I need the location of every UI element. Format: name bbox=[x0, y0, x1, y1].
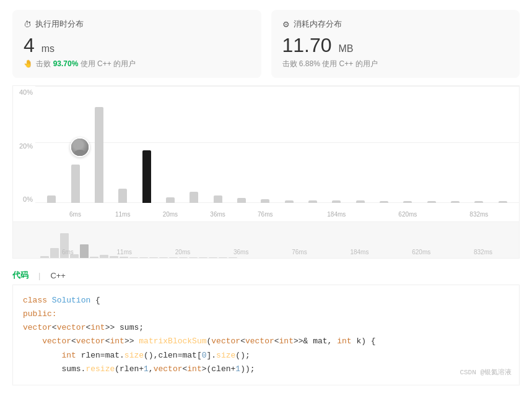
stats-section: ⏱ 执行用时分布 4 ms 🤚 击败 93.70% 使用 C++ 的用户 ⚙ 消… bbox=[0, 0, 532, 85]
tab-cpp[interactable]: C++ bbox=[50, 267, 66, 284]
mini-label-184ms: 184ms bbox=[350, 249, 368, 255]
svg-point-1 bbox=[74, 150, 86, 156]
memory-value: 11.70 MB bbox=[282, 35, 509, 56]
avatar-image bbox=[71, 139, 89, 156]
code-line-5: int rlen=mat.size(),clen=mat[0].size(); bbox=[23, 349, 509, 363]
mini-bar-8 bbox=[120, 257, 128, 258]
avatar-marker bbox=[70, 137, 90, 157]
mini-bar-7 bbox=[110, 256, 118, 258]
mini-label-36ms: 36ms bbox=[233, 249, 248, 255]
mini-label-620ms: 620ms bbox=[412, 249, 430, 255]
memory-stat-card: ⚙ 消耗内存分布 11.70 MB 击败 6.88% 使用 C++ 的用户 bbox=[271, 10, 520, 78]
bar-10 bbox=[285, 200, 294, 204]
bar-13 bbox=[356, 200, 365, 204]
mini-bar-10 bbox=[139, 257, 148, 258]
bar-group-0 bbox=[40, 91, 63, 203]
bar-group-9: 76ms bbox=[254, 91, 276, 203]
bar-label-76ms: 76ms bbox=[258, 211, 273, 218]
code-tabs: 代码 | C++ bbox=[12, 266, 520, 285]
tab-separator: | bbox=[38, 271, 40, 280]
bar-15 bbox=[403, 201, 412, 203]
bar-group-5: 20ms bbox=[159, 91, 181, 203]
bar-group-12: 184ms bbox=[325, 91, 347, 203]
code-block: class Solution { public: vector<vector<i… bbox=[12, 285, 520, 385]
bar-11 bbox=[308, 200, 317, 204]
mini-bar-5 bbox=[90, 257, 98, 258]
beat-icon: 🤚 bbox=[24, 59, 33, 68]
y-label-0: 0% bbox=[13, 195, 33, 203]
bar-group-4 bbox=[135, 91, 157, 203]
mini-bar-17 bbox=[209, 257, 217, 258]
bar-1 bbox=[71, 165, 80, 203]
bar-0 bbox=[47, 195, 56, 203]
memory-stat-title: ⚙ 消耗内存分布 bbox=[282, 19, 509, 30]
bar-label-20ms: 20ms bbox=[163, 211, 178, 218]
svg-point-0 bbox=[76, 141, 84, 148]
bar-group-18: 832ms bbox=[468, 91, 490, 203]
bar-label-832ms: 832ms bbox=[469, 211, 488, 218]
main-chart: 40% 20% 0% 6ms11ms20ms36ms76ms184ms620ms… bbox=[12, 85, 520, 221]
bar-16 bbox=[427, 201, 436, 203]
time-value: 4 ms bbox=[24, 35, 250, 56]
bar-group-19 bbox=[492, 91, 514, 203]
mini-bar-14 bbox=[179, 257, 188, 258]
mini-bar-11 bbox=[149, 257, 158, 258]
bar-14 bbox=[380, 201, 388, 203]
mini-x-labels: 6ms 11ms 20ms 36ms 76ms 184ms 620ms 832m… bbox=[40, 249, 514, 255]
mini-bar-0 bbox=[40, 256, 49, 258]
y-label-40: 40% bbox=[13, 88, 33, 96]
bar-group-6 bbox=[183, 91, 205, 203]
code-line-3: vector<vector<int>> sums; bbox=[23, 321, 509, 335]
code-line-4: vector<vector<int>> matrixBlockSum(vecto… bbox=[23, 335, 509, 348]
time-stat-title: ⏱ 执行用时分布 bbox=[24, 19, 250, 30]
bar-18 bbox=[474, 201, 483, 203]
bar-group-3: 11ms bbox=[111, 91, 134, 203]
bar-9 bbox=[261, 199, 269, 203]
mini-label-20ms: 20ms bbox=[175, 249, 190, 255]
memory-icon: ⚙ bbox=[282, 20, 290, 29]
bar-5 bbox=[166, 197, 175, 203]
memory-sub: 击败 6.88% 使用 C++ 的用户 bbox=[282, 59, 509, 69]
bar-label-11ms: 11ms bbox=[115, 211, 130, 218]
mini-label-76ms: 76ms bbox=[292, 249, 307, 255]
code-line-6: sums.resize(rlen+1,vector<int>(clen+1)); bbox=[23, 363, 509, 376]
bar-3 bbox=[118, 189, 127, 203]
bar-group-11 bbox=[302, 91, 324, 203]
mini-chart: 6ms 11ms 20ms 36ms 76ms 184ms 620ms 832m… bbox=[12, 221, 520, 259]
mini-bar-9 bbox=[129, 257, 138, 259]
bar-12 bbox=[332, 200, 341, 204]
time-sub: 🤚 击败 93.70% 使用 C++ 的用户 bbox=[24, 59, 250, 69]
bar-4 bbox=[142, 150, 151, 203]
chart-bars: 6ms11ms20ms36ms76ms184ms620ms832ms bbox=[35, 86, 519, 203]
code-line-1: class Solution { bbox=[23, 294, 509, 307]
mini-label-6ms: 6ms bbox=[62, 249, 74, 255]
bar-label-184ms: 184ms bbox=[327, 211, 346, 218]
time-stat-card: ⏱ 执行用时分布 4 ms 🤚 击败 93.70% 使用 C++ 的用户 bbox=[12, 10, 261, 78]
bar-group-8 bbox=[230, 91, 253, 203]
code-section: 代码 | C++ class Solution { public: vector… bbox=[0, 266, 532, 385]
mini-bar-18 bbox=[219, 257, 227, 258]
mini-bar-13 bbox=[169, 257, 178, 258]
bar-label-620ms: 620ms bbox=[398, 211, 417, 218]
timer-icon: ⏱ bbox=[24, 20, 32, 29]
time-title-text: 执行用时分布 bbox=[35, 19, 84, 30]
mini-label-11ms: 11ms bbox=[117, 249, 132, 255]
tab-code[interactable]: 代码 bbox=[12, 266, 28, 285]
bar-6 bbox=[190, 192, 198, 204]
bar-group-17 bbox=[444, 91, 466, 203]
bar-label-6ms: 6ms bbox=[69, 211, 81, 218]
bar-7 bbox=[214, 195, 222, 203]
mini-label-832ms: 832ms bbox=[474, 249, 492, 255]
watermark: CSDN @银氦溶液 bbox=[460, 367, 512, 379]
mini-bar-15 bbox=[189, 257, 198, 258]
bar-group-16 bbox=[421, 91, 443, 203]
bar-group-10 bbox=[277, 91, 300, 203]
bar-2 bbox=[95, 107, 103, 203]
bar-group-2 bbox=[88, 91, 110, 203]
bar-17 bbox=[451, 201, 460, 203]
bar-group-13 bbox=[349, 91, 371, 203]
bar-group-15: 620ms bbox=[396, 91, 419, 203]
bar-19 bbox=[499, 201, 507, 203]
bar-group-7: 36ms bbox=[206, 91, 229, 203]
chart-section: 40% 20% 0% 6ms11ms20ms36ms76ms184ms620ms… bbox=[0, 85, 532, 259]
